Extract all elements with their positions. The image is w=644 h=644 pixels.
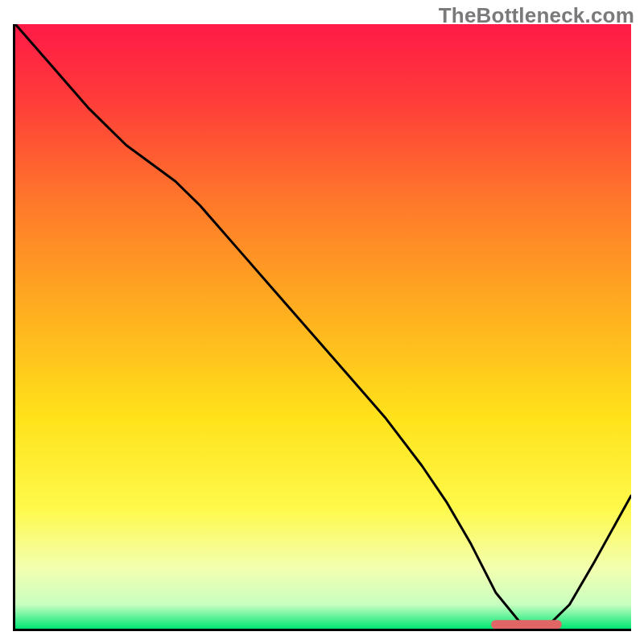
curve-path (15, 24, 631, 629)
chart-container: TheBottleneck.com (0, 0, 644, 644)
plot-area (13, 24, 631, 631)
bottleneck-curve (15, 24, 631, 629)
